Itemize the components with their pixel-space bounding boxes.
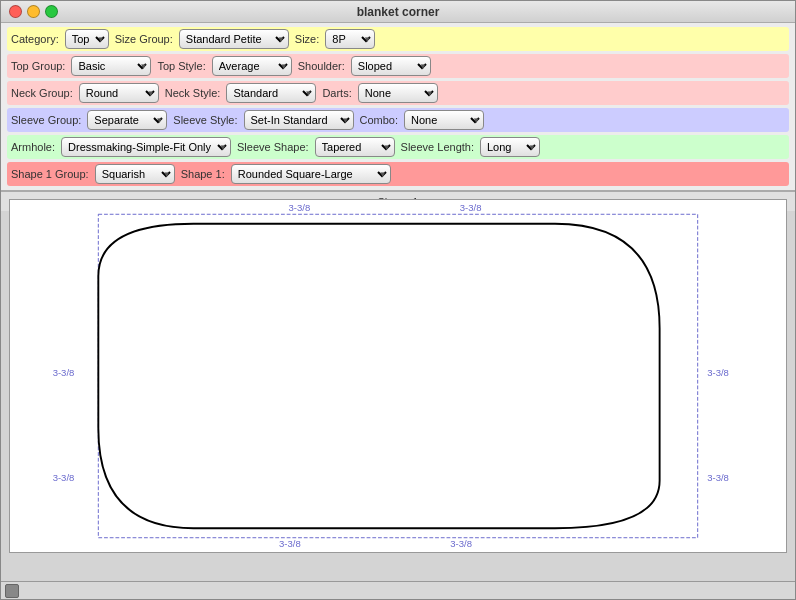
shape1-select[interactable]: Rounded Square-Large [231, 164, 391, 184]
neck-group-row: Neck Group: Round Neck Style: Standard D… [7, 81, 789, 105]
top-style-select-wrapper: Average [212, 56, 292, 76]
combo-select[interactable]: None [404, 110, 484, 130]
sleeve-shape-select[interactable]: Tapered [315, 137, 395, 157]
guide-rect [98, 214, 697, 537]
title-bar: blanket corner [1, 1, 795, 23]
neck-style-select-wrapper: Standard [226, 83, 316, 103]
canvas-inner: 3-3/8 3-3/8 3-3/8 3-3/8 3-3/8 3-3/8 3-3/… [9, 199, 787, 553]
sleeve-length-label: Sleeve Length: [401, 141, 474, 153]
neck-group-select[interactable]: Round [79, 83, 159, 103]
armhole-select-wrapper: Dressmaking-Simple-Fit Only [61, 137, 231, 157]
close-button[interactable] [9, 5, 22, 18]
category-select-wrapper: Top [65, 29, 109, 49]
shape-path [98, 224, 659, 528]
top-group-select[interactable]: Basic [71, 56, 151, 76]
size-select[interactable]: 8P [325, 29, 375, 49]
category-label: Category: [11, 33, 59, 45]
shoulder-select[interactable]: Sloped [351, 56, 431, 76]
dim-left-top: 3-3/8 [53, 367, 75, 378]
combo-select-wrapper: None [404, 110, 484, 130]
shape1-label: Shape 1: [181, 168, 225, 180]
armhole-row: Armhole: Dressmaking-Simple-Fit Only Sle… [7, 135, 789, 159]
window-controls [9, 5, 58, 18]
sleeve-style-label: Sleeve Style: [173, 114, 237, 126]
minimize-button[interactable] [27, 5, 40, 18]
shoulder-label: Shoulder: [298, 60, 345, 72]
maximize-button[interactable] [45, 5, 58, 18]
canvas-area: 3-3/8 3-3/8 3-3/8 3-3/8 3-3/8 3-3/8 3-3/… [1, 190, 795, 581]
shape1-group-select[interactable]: Squarish [95, 164, 175, 184]
sleeve-length-select-wrapper: Long [480, 137, 540, 157]
combo-label: Combo: [360, 114, 399, 126]
dim-bottom-left: 3-3/8 [279, 538, 301, 549]
neck-style-select[interactable]: Standard [226, 83, 316, 103]
category-row: Category: Top Size Group: Standard Petit… [7, 27, 789, 51]
shape-svg: 3-3/8 3-3/8 3-3/8 3-3/8 3-3/8 3-3/8 3-3/… [10, 200, 786, 552]
darts-select-wrapper: None [358, 83, 438, 103]
shoulder-select-wrapper: Sloped [351, 56, 431, 76]
size-group-select-wrapper: Standard Petite [179, 29, 289, 49]
top-group-label: Top Group: [11, 60, 65, 72]
bottom-tool-icon[interactable] [5, 584, 19, 598]
sleeve-style-select[interactable]: Set-In Standard [244, 110, 354, 130]
sleeve-shape-select-wrapper: Tapered [315, 137, 395, 157]
armhole-label: Armhole: [11, 141, 55, 153]
dim-left-bottom: 3-3/8 [53, 472, 75, 483]
size-group-label: Size Group: [115, 33, 173, 45]
size-group-select[interactable]: Standard Petite [179, 29, 289, 49]
top-group-select-wrapper: Basic [71, 56, 151, 76]
top-style-label: Top Style: [157, 60, 205, 72]
shape1-group-label: Shape 1 Group: [11, 168, 89, 180]
dim-right-top: 3-3/8 [707, 367, 729, 378]
darts-select[interactable]: None [358, 83, 438, 103]
shape1-group-select-wrapper: Squarish [95, 164, 175, 184]
sleeve-group-select[interactable]: Separate [87, 110, 167, 130]
size-label: Size: [295, 33, 319, 45]
sleeve-length-select[interactable]: Long [480, 137, 540, 157]
top-group-row: Top Group: Basic Top Style: Average Shou… [7, 54, 789, 78]
shape1-row: Shape 1 Group: Squarish Shape 1: Rounded… [7, 162, 789, 186]
neck-group-label: Neck Group: [11, 87, 73, 99]
size-select-wrapper: 8P [325, 29, 375, 49]
sleeve-group-select-wrapper: Separate [87, 110, 167, 130]
bottom-bar [1, 581, 795, 599]
main-window: blanket corner Category: Top Size Group:… [0, 0, 796, 600]
dim-top-left: 3-3/8 [289, 202, 311, 213]
armhole-select[interactable]: Dressmaking-Simple-Fit Only [61, 137, 231, 157]
top-style-select[interactable]: Average [212, 56, 292, 76]
sleeve-style-select-wrapper: Set-In Standard [244, 110, 354, 130]
dim-bottom-right: 3-3/8 [450, 538, 472, 549]
dim-top-right: 3-3/8 [460, 202, 482, 213]
sleeve-group-label: Sleeve Group: [11, 114, 81, 126]
sleeve-shape-label: Sleeve Shape: [237, 141, 309, 153]
neck-group-select-wrapper: Round [79, 83, 159, 103]
sleeve-group-row: Sleeve Group: Separate Sleeve Style: Set… [7, 108, 789, 132]
category-select[interactable]: Top [65, 29, 109, 49]
darts-label: Darts: [322, 87, 351, 99]
neck-style-label: Neck Style: [165, 87, 221, 99]
shape1-select-wrapper: Rounded Square-Large [231, 164, 391, 184]
dim-right-bottom: 3-3/8 [707, 472, 729, 483]
window-title: blanket corner [357, 5, 440, 19]
controls-area: Category: Top Size Group: Standard Petit… [1, 23, 795, 190]
